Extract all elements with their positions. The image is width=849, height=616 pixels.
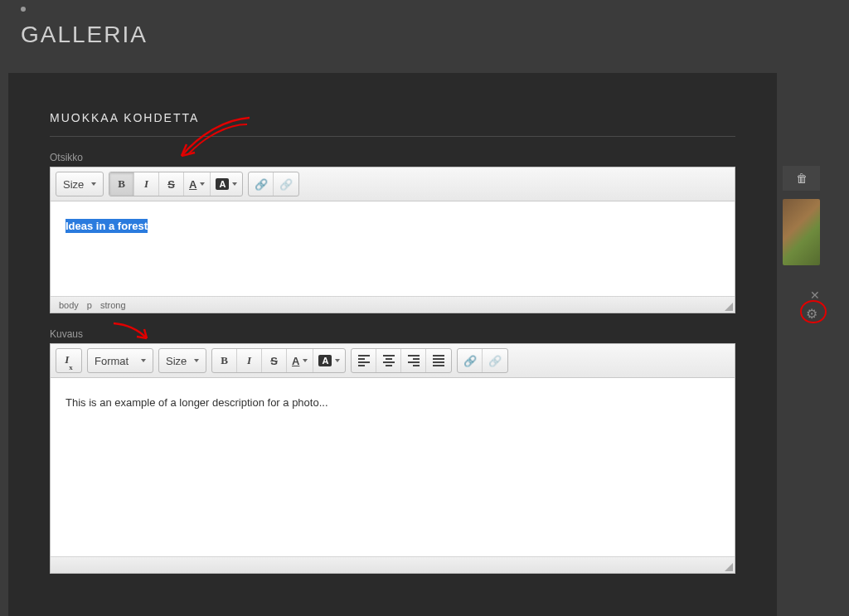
- trash-icon: 🗑: [796, 172, 808, 185]
- italic-icon: I: [144, 177, 148, 191]
- italic-button[interactable]: I: [237, 349, 262, 372]
- bg-color-icon: A: [318, 355, 332, 366]
- strike-button[interactable]: S: [159, 172, 184, 196]
- chevron-down-icon: [232, 182, 237, 186]
- align-right-icon: [408, 355, 420, 366]
- trash-button[interactable]: 🗑: [783, 166, 820, 191]
- window-dot: [21, 7, 26, 12]
- desc-field-label: Kuvaus: [50, 328, 735, 340]
- chevron-down-icon: [303, 359, 308, 362]
- align-left-icon: [358, 355, 370, 366]
- chevron-down-icon: [194, 359, 199, 362]
- italic-icon: I: [247, 354, 251, 367]
- desc-path-bar: [51, 556, 735, 573]
- title-path-bar: body p strong: [51, 296, 735, 313]
- chevron-down-icon: [200, 182, 205, 186]
- size-label: Size: [166, 355, 187, 367]
- title-editor: Size B I S A A 🔗 🔗 Ideas in a forest: [50, 167, 735, 313]
- size-dropdown[interactable]: Size: [56, 172, 103, 196]
- resize-handle[interactable]: [725, 303, 733, 311]
- gallery-thumbnail[interactable]: [783, 199, 820, 265]
- annotation-circle: [800, 300, 827, 323]
- align-center-button[interactable]: [376, 349, 401, 372]
- format-dropdown[interactable]: Format: [88, 349, 153, 372]
- bold-button[interactable]: B: [212, 349, 237, 372]
- bold-button[interactable]: B: [109, 172, 134, 196]
- align-right-button[interactable]: [401, 349, 426, 372]
- strike-icon: S: [270, 355, 278, 367]
- desc-content[interactable]: This is an example of a longer descripti…: [51, 378, 735, 556]
- remove-format-icon: Ix: [65, 353, 73, 368]
- title-content[interactable]: Ideas in a forest: [51, 201, 735, 296]
- title-selected-text: Ideas in a forest: [65, 219, 148, 233]
- chevron-down-icon: [91, 182, 96, 186]
- link-button[interactable]: 🔗: [249, 172, 274, 196]
- link-icon: 🔗: [463, 355, 477, 367]
- page-title: GALLERIA: [21, 22, 148, 48]
- chevron-down-icon: [335, 359, 340, 362]
- chevron-down-icon: [141, 359, 146, 362]
- resize-handle[interactable]: [725, 563, 733, 571]
- strike-icon: S: [167, 178, 175, 191]
- align-justify-button[interactable]: [426, 349, 451, 372]
- desc-editor: Ix Format Size B I S: [50, 343, 735, 574]
- panel-title: MUOKKAA KOHDETTA: [50, 111, 735, 137]
- bold-icon: B: [118, 177, 125, 191]
- unlink-button[interactable]: 🔗: [483, 349, 507, 372]
- italic-button[interactable]: I: [134, 172, 159, 196]
- unlink-button[interactable]: 🔗: [274, 172, 298, 196]
- unlink-icon: 🔗: [488, 355, 502, 367]
- path-strong[interactable]: strong: [100, 300, 126, 310]
- size-label: Size: [63, 178, 84, 191]
- text-color-button[interactable]: A: [287, 349, 313, 372]
- text-color-icon: A: [292, 355, 299, 367]
- format-label: Format: [95, 355, 129, 367]
- title-field-label: Otsikko: [50, 152, 735, 163]
- title-toolbar: Size B I S A A 🔗 🔗: [51, 167, 735, 201]
- bg-color-icon: A: [216, 178, 229, 190]
- align-left-button[interactable]: [352, 349, 376, 372]
- remove-format-button[interactable]: Ix: [56, 349, 81, 372]
- unlink-icon: 🔗: [279, 178, 293, 191]
- link-icon: 🔗: [255, 178, 268, 191]
- align-justify-icon: [433, 355, 444, 366]
- path-body[interactable]: body: [59, 300, 79, 310]
- link-button[interactable]: 🔗: [458, 349, 483, 372]
- desc-toolbar: Ix Format Size B I S: [51, 344, 735, 378]
- text-color-button[interactable]: A: [184, 172, 211, 196]
- bold-icon: B: [221, 354, 228, 367]
- text-color-icon: A: [189, 178, 196, 191]
- align-center-icon: [383, 355, 395, 366]
- bg-color-button[interactable]: A: [211, 172, 242, 196]
- strike-button[interactable]: S: [262, 349, 287, 372]
- desc-text: This is an example of a longer descripti…: [65, 396, 328, 409]
- edit-panel: MUOKKAA KOHDETTA Otsikko Size B I S A A: [8, 73, 777, 616]
- bg-color-button[interactable]: A: [313, 349, 345, 372]
- path-p[interactable]: p: [87, 300, 92, 310]
- size-dropdown[interactable]: Size: [159, 349, 206, 372]
